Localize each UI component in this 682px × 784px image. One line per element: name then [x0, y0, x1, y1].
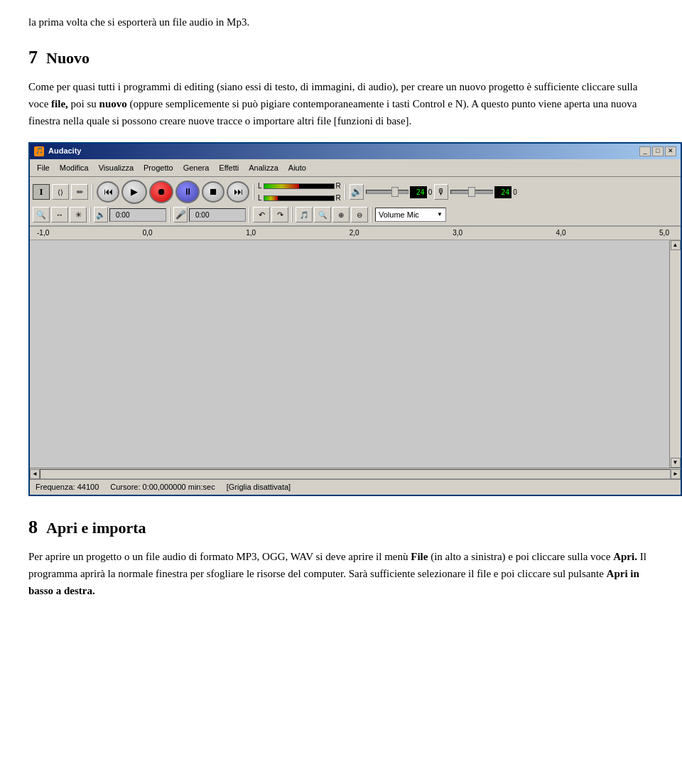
vu-meter-section: L R L R — [258, 181, 341, 203]
menu-analizza[interactable]: Analizza — [244, 161, 283, 176]
time-start-box[interactable]: 0:00 — [109, 208, 166, 222]
vu-l-row: L R — [258, 181, 341, 191]
section7-bold1: file, — [51, 98, 68, 109]
close-button[interactable]: ✕ — [665, 146, 676, 156]
menu-file[interactable]: File — [33, 161, 54, 176]
section8-bold2: Apri. — [613, 551, 637, 562]
scroll-track-h — [40, 469, 671, 479]
pause-btn[interactable]: ⏸ — [175, 181, 200, 203]
menu-visualizza[interactable]: Visualizza — [94, 161, 138, 176]
level-icon[interactable]: 🔈 — [94, 207, 108, 222]
menu-progetto[interactable]: Progetto — [139, 161, 178, 176]
mic-slider-knob[interactable] — [468, 187, 475, 197]
ruler-container: -1,0 0,0 1,0 2,0 3,0 4,0 5,0 — [37, 227, 669, 240]
tool-extra1[interactable]: 🎵 — [296, 207, 313, 222]
track-area: ▲ ▼ — [30, 240, 681, 468]
minimize-button[interactable]: _ — [639, 146, 651, 156]
window-title: Audacity — [48, 145, 81, 157]
timeshift-tool-btn[interactable]: ↔ — [51, 207, 68, 222]
timeline-ruler: -1,0 0,0 1,0 2,0 3,0 4,0 5,0 — [30, 226, 681, 240]
menu-bar: File Modifica Visualizza Progetto Genera… — [30, 159, 681, 178]
mic-icon[interactable]: 🎙 — [434, 184, 448, 200]
status-freq: Frequenza: 44100 — [36, 481, 99, 493]
tool-extra4[interactable]: ⊖ — [351, 207, 368, 222]
ruler-marks: -1,0 0,0 1,0 2,0 3,0 4,0 5,0 — [37, 227, 669, 240]
vertical-scrollbar[interactable]: ▲ ▼ — [669, 240, 681, 468]
ruler-mark-0: 0,0 — [143, 227, 153, 238]
section8-container: 8 Apri e importa Per aprire un progetto … — [28, 513, 654, 599]
section8-text1: Per aprire un progetto o un file audio d… — [28, 551, 411, 562]
mic-tool-btn[interactable]: 🎤 — [173, 207, 188, 222]
dropdown-arrow-icon: ▼ — [437, 210, 443, 219]
vu-r-label: L — [258, 193, 262, 203]
separator8 — [371, 207, 372, 222]
ruler-mark-3: 3,0 — [453, 227, 462, 238]
undo-btn[interactable]: ↶ — [253, 207, 270, 222]
volume-slider-track[interactable] — [366, 190, 408, 194]
vu-l-meter — [264, 183, 335, 189]
separator2 — [253, 184, 254, 200]
separator3 — [345, 184, 346, 200]
select-tool-btn[interactable]: I — [33, 184, 50, 200]
draw-tool-btn[interactable]: ✏ — [71, 184, 88, 200]
tool-extra2[interactable]: 🔍 — [314, 207, 331, 222]
separator7 — [291, 207, 293, 222]
section8-text2: (in alto a sinistra) e poi cliccare sull… — [428, 551, 613, 562]
time-end-box[interactable]: 0:00 — [189, 208, 246, 222]
zoom-tool-btn[interactable]: 🔍 — [33, 207, 50, 222]
scroll-down-btn[interactable]: ▼ — [671, 458, 681, 468]
window-titlebar: 🎵 Audacity _ □ ✕ — [30, 144, 681, 159]
menu-modifica[interactable]: Modifica — [55, 161, 93, 176]
maximize-button[interactable]: □ — [652, 146, 664, 156]
status-grid: [Griglia disattivata] — [227, 481, 291, 493]
volume-slider-area: 24 0 — [366, 186, 433, 198]
vu-r-meter — [264, 195, 335, 201]
scroll-up-btn[interactable]: ▲ — [671, 240, 681, 250]
menu-effetti[interactable]: Effetti — [215, 161, 243, 176]
record-btn[interactable]: ⏺ — [149, 181, 173, 203]
volume-mic-label: Volume Mic — [379, 209, 419, 221]
stop-btn[interactable]: ⏹ — [202, 181, 224, 203]
vu-l-bar — [264, 184, 299, 188]
scroll-right-btn[interactable]: ► — [671, 469, 681, 479]
ruler-mark-4: 4,0 — [556, 227, 566, 238]
envelope-tool-btn[interactable]: ⟨⟩ — [52, 184, 69, 200]
toolbar-area: I ⟨⟩ ✏ ⏮ ▶ ⏺ ⏸ ⏹ ⏭ L — [30, 177, 681, 226]
vu-l-label2: R — [336, 181, 341, 191]
tool-extra3[interactable]: ⊕ — [332, 207, 350, 222]
section8-number: 8 — [28, 513, 38, 541]
redo-btn[interactable]: ↷ — [271, 207, 288, 222]
multitool-btn[interactable]: ✳ — [70, 207, 87, 222]
section8-heading: 8 Apri e importa — [28, 513, 654, 541]
titlebar-buttons[interactable]: _ □ ✕ — [639, 146, 676, 156]
volume-slider-knob[interactable] — [391, 187, 399, 197]
scroll-left-btn[interactable]: ◄ — [30, 469, 40, 479]
vu-r-bar — [264, 196, 278, 200]
speaker-icon[interactable]: 🔊 — [350, 184, 364, 200]
section7-title: Nuovo — [46, 46, 90, 70]
level-display-r: 24 — [494, 186, 512, 198]
horizontal-scrollbar[interactable]: ◄ ► — [30, 468, 681, 479]
section8-body: Per aprire un progetto o un file audio d… — [28, 548, 654, 599]
track-content — [30, 240, 669, 468]
audacity-window: 🎵 Audacity _ □ ✕ File Modifica Visualizz… — [28, 142, 682, 497]
volume-mic-dropdown[interactable]: Volume Mic ▼ — [375, 208, 446, 222]
menu-genera[interactable]: Genera — [179, 161, 214, 176]
toolbar-row2: 🔍 ↔ ✳ 🔈 0:00 🎤 0:00 ↶ ↷ — [33, 205, 678, 224]
vu-r-label2: R — [336, 193, 341, 203]
level-zero: 0 — [428, 187, 433, 198]
section7-bold2: nuovo — [99, 98, 127, 109]
menu-aiuto[interactable]: Aiuto — [284, 161, 310, 176]
mic-slider-track[interactable] — [450, 190, 493, 194]
play-btn[interactable]: ▶ — [121, 180, 147, 204]
ruler-mark-5: 5,0 — [659, 227, 669, 238]
section7-number: 7 — [28, 43, 38, 71]
fastfwd-btn[interactable]: ⏭ — [227, 181, 249, 203]
toolbar-row1: I ⟨⟩ ✏ ⏮ ▶ ⏺ ⏸ ⏹ ⏭ L — [33, 178, 678, 205]
separator6 — [249, 207, 250, 222]
section7-text2: poi su — [68, 98, 99, 109]
ruler-mark-1: -1,0 — [37, 227, 49, 238]
section7-body: Come per quasi tutti i programmi di edit… — [28, 78, 654, 129]
separator5 — [169, 207, 170, 222]
rewind-btn[interactable]: ⏮ — [97, 181, 119, 203]
